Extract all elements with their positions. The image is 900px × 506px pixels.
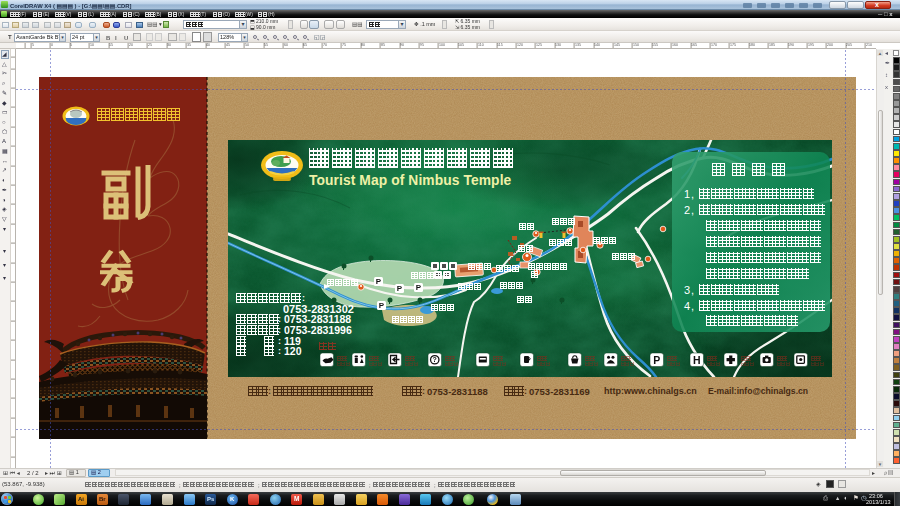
svg-text:P: P	[653, 354, 660, 366]
svg-text:P: P	[379, 301, 385, 310]
svg-text:P: P	[376, 277, 382, 286]
svg-text:H: H	[693, 354, 701, 366]
svg-text:P: P	[397, 284, 403, 293]
svg-text:?: ?	[433, 356, 437, 363]
